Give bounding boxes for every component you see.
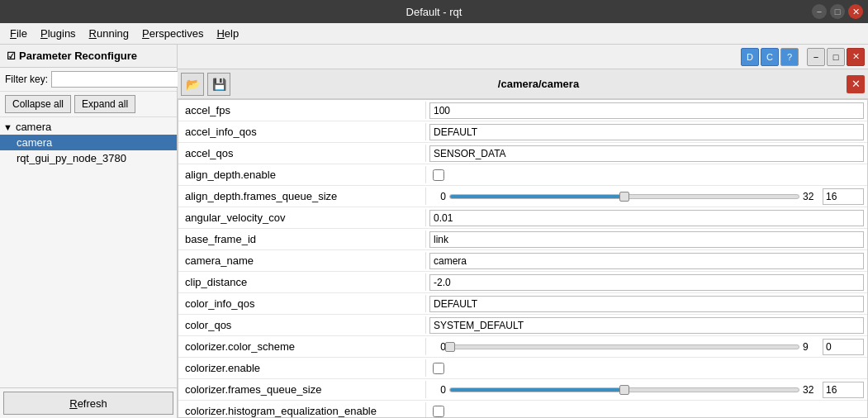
color-qos-input[interactable] <box>429 317 864 334</box>
slider-container: 0 32 <box>429 188 864 205</box>
param-value <box>426 168 867 183</box>
colorizer-histogram-checkbox[interactable] <box>433 406 444 417</box>
help-icon-button[interactable]: ? <box>780 48 799 66</box>
param-value <box>426 230 867 249</box>
param-name: colorizer.color_scheme <box>178 338 426 355</box>
right-panel: D C ? − □ ✕ 📂 💾 /camera/camera ✕ accel_f… <box>178 45 868 418</box>
d-icon-button[interactable]: D <box>741 48 759 66</box>
filter-input[interactable] <box>51 71 182 88</box>
menu-help[interactable]: Help <box>210 26 245 41</box>
param-row-color-info-qos: color_info_qos <box>178 293 867 315</box>
slider-fill <box>450 388 624 392</box>
param-name: camera_name <box>178 252 426 269</box>
tree-item-label: camera <box>16 121 51 133</box>
slider-thumb[interactable] <box>619 192 629 202</box>
slider-max: 32 <box>803 384 819 396</box>
slider-value-input[interactable] <box>823 188 864 205</box>
slider-min: 0 <box>429 341 446 353</box>
save-file-icon: 💾 <box>212 78 226 91</box>
menu-plugins[interactable]: Plugins <box>34 26 83 41</box>
colorizer-enable-checkbox[interactable] <box>433 363 444 374</box>
main-content: ☑ Parameter Reconfigure Filter key: Coll… <box>0 45 868 418</box>
collapse-all-button[interactable]: Collapse all <box>5 95 71 113</box>
open-file-button[interactable]: 📂 <box>181 73 204 96</box>
tree-item-rqt-node[interactable]: rqt_gui_py_node_3780 <box>0 150 177 166</box>
titlebar-controls: − □ ✕ <box>812 4 863 19</box>
param-value <box>426 122 867 142</box>
slider-track[interactable] <box>449 387 799 392</box>
minimize-panel-button[interactable]: − <box>807 48 825 66</box>
color-info-qos-input[interactable] <box>429 296 864 312</box>
slider-value-input[interactable] <box>823 339 864 355</box>
slider-max: 9 <box>803 341 819 353</box>
param-row-align-depth-frames-queue-size: align_depth.frames_queue_size 0 32 <box>178 186 867 207</box>
param-row-angular-velocity-cov: angular_velocity_cov <box>178 207 867 229</box>
param-name: align_depth.frames_queue_size <box>178 188 426 205</box>
param-row-colorizer-color-scheme: colorizer.color_scheme 0 9 <box>178 336 867 358</box>
param-value <box>426 251 867 271</box>
param-value <box>426 361 867 376</box>
params-container[interactable]: accel_fps accel_info_qos accel_qos <box>178 99 868 418</box>
close-window-button[interactable]: ✕ <box>848 4 863 19</box>
right-toolbar: 📂 💾 /camera/camera ✕ <box>178 69 868 99</box>
slider-track[interactable] <box>449 194 799 199</box>
minimize-button[interactable]: − <box>812 4 827 19</box>
param-name: clip_distance <box>178 273 426 291</box>
menu-file[interactable]: File <box>3 26 34 41</box>
tree-item-label: rqt_gui_py_node_3780 <box>17 152 126 164</box>
filter-label: Filter key: <box>5 74 48 85</box>
accel-info-qos-input[interactable] <box>429 124 864 140</box>
param-value: 0 9 <box>426 337 867 357</box>
param-name: color_info_qos <box>178 295 426 312</box>
param-row-accel-qos: accel_qos <box>178 143 867 164</box>
maximize-button[interactable]: □ <box>830 4 845 19</box>
slider-min: 0 <box>429 191 446 202</box>
angular-velocity-cov-input[interactable] <box>429 210 864 226</box>
maximize-panel-button[interactable]: □ <box>827 48 845 66</box>
param-value <box>426 294 867 314</box>
align-depth-enable-checkbox[interactable] <box>433 169 444 181</box>
accel-fps-input[interactable] <box>429 102 864 119</box>
slider-thumb[interactable] <box>445 342 455 352</box>
param-row-colorizer-enable: colorizer.enable <box>178 358 867 379</box>
accel-qos-input[interactable] <box>429 145 864 162</box>
menu-perspectives[interactable]: Perspectives <box>135 26 210 41</box>
expand-arrow: ▼ <box>3 122 12 132</box>
c-icon-button[interactable]: C <box>761 48 779 66</box>
tree-item-label: camera <box>17 136 52 149</box>
param-value <box>426 144 867 164</box>
base-frame-id-input[interactable] <box>429 231 864 248</box>
open-file-icon: 📂 <box>186 78 200 91</box>
tree-area: ▼ camera camera rqt_gui_py_node_3780 <box>0 117 177 387</box>
camera-name-input[interactable] <box>429 253 864 269</box>
param-row-color-qos: color_qos <box>178 315 867 336</box>
clip-distance-input[interactable] <box>429 274 864 291</box>
slider-track[interactable] <box>449 344 799 349</box>
tree-item-camera[interactable]: camera <box>0 135 177 150</box>
collapse-row: Collapse all Expand all <box>0 92 177 117</box>
tree-item-camera-group[interactable]: ▼ camera <box>0 119 177 135</box>
param-row-align-depth-enable: align_depth.enable <box>178 164 867 186</box>
param-name: colorizer.frames_queue_size <box>178 381 426 398</box>
panel-title: Parameter Reconfigure <box>19 50 137 62</box>
param-value <box>426 101 867 121</box>
slider-max: 32 <box>803 191 819 202</box>
menu-running[interactable]: Running <box>83 26 135 41</box>
close-path-button[interactable]: ✕ <box>847 75 865 93</box>
param-value <box>426 208 867 228</box>
panel-header: ☑ Parameter Reconfigure <box>0 45 177 68</box>
param-value <box>426 273 867 292</box>
param-name: accel_fps <box>178 102 426 119</box>
panel-checkbox: ☑ <box>7 50 16 62</box>
menubar: File Plugins Running Perspectives Help <box>0 23 868 45</box>
param-name: align_depth.enable <box>178 166 426 183</box>
save-file-button[interactable]: 💾 <box>207 73 230 96</box>
param-row-base-frame-id: base_frame_id <box>178 229 867 250</box>
param-value <box>426 404 867 419</box>
expand-all-button[interactable]: Expand all <box>74 95 135 113</box>
slider-thumb[interactable] <box>619 385 629 395</box>
refresh-button[interactable]: Refresh <box>3 392 173 415</box>
close-panel-button[interactable]: ✕ <box>847 48 865 66</box>
slider-value-input[interactable] <box>823 382 864 398</box>
param-name: color_qos <box>178 316 426 334</box>
